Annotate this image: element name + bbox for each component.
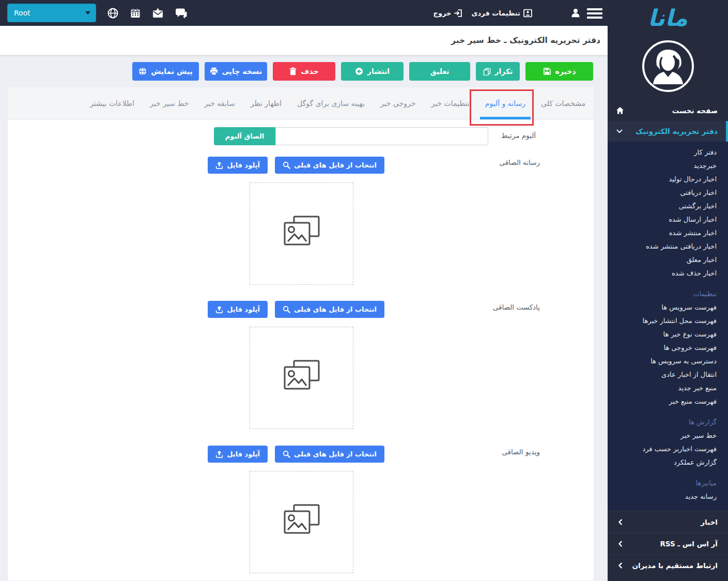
search-icon — [283, 305, 290, 313]
globe-icon — [138, 67, 147, 75]
tab-news-output[interactable]: خروجی خبر — [380, 87, 416, 119]
sidebar-item-deleted[interactable]: اخبار حذف شده — [608, 267, 728, 280]
upload-file-button[interactable]: آپلود فایل — [208, 301, 268, 318]
sidebar-item-services-list[interactable]: فهرست سرویس ها — [608, 301, 728, 314]
topbar: Root — [0, 0, 608, 26]
sidebar-header-shortcuts: میانبرها — [608, 477, 728, 490]
podcast-buttons: انتخاب از فایل های قبلی آپلود فایل — [208, 301, 384, 318]
sidebar-item-news-types[interactable]: فهرست نوع خبر ها — [608, 328, 728, 341]
chat-icon[interactable] — [175, 8, 187, 19]
sidebar-item-outputs-list[interactable]: فهرست خروجی ها — [608, 341, 728, 355]
floppy-disk-icon — [543, 67, 551, 75]
sidebar-item-publish-places[interactable]: فهرست محل انتشار خبرها — [608, 314, 728, 328]
sidebar-item-received[interactable]: اخبار دریافتی — [608, 186, 728, 200]
tab-seo[interactable]: بهینه سازی برای گوگل — [297, 87, 365, 119]
personal-settings-button[interactable]: تنظیمات فردی — [471, 9, 532, 18]
trash-icon — [289, 67, 297, 75]
sidebar-section-contact-managers[interactable]: ارتباط مستقیم با مدیران — [608, 554, 728, 576]
sidebar-section-editorial-office[interactable]: دفتر تحریریه الکترونیک — [608, 121, 728, 142]
attach-album-button[interactable]: الصاق آلبوم — [214, 127, 275, 145]
sidebar-item-service-access[interactable]: دسترسی به سرویس ها — [608, 355, 728, 368]
sidebar-item-new-media[interactable]: رسانه جدید — [608, 490, 728, 503]
upload-file-label: آپلود فایل — [227, 450, 260, 458]
upload-icon — [215, 450, 223, 458]
choose-previous-files-button[interactable]: انتخاب از فایل های قبلی — [275, 301, 384, 318]
logout-label: خروج — [433, 9, 452, 17]
upload-file-button[interactable]: آپلود فایل — [208, 446, 268, 463]
topbar-icon-group — [107, 0, 187, 26]
sidebar-item-published[interactable]: اخبار منتشر شده — [608, 226, 728, 240]
sidebar-item-suspended[interactable]: اخبار معلق — [608, 253, 728, 267]
choose-previous-files-button[interactable]: انتخاب از فایل های قبلی — [275, 157, 384, 174]
choose-previous-files-label: انتخاب از فایل های قبلی — [294, 450, 377, 458]
sidebar-section-rss[interactable]: آر اس اس ـ RSS — [608, 532, 728, 554]
mail-icon[interactable] — [152, 8, 163, 19]
upload-file-button[interactable]: آپلود فایل — [208, 157, 268, 174]
print-button[interactable]: نسخه چاپی — [205, 62, 267, 81]
root-select[interactable]: Root — [7, 4, 96, 22]
publish-button[interactable]: انتشار — [341, 62, 404, 81]
podcast-dropzone — [250, 327, 353, 429]
section-label: آر اس اس ـ RSS — [660, 540, 718, 548]
chevron-left-icon — [617, 562, 624, 569]
tab-news-history[interactable]: سابقه خبر — [204, 87, 235, 119]
sidebar-item-new-news-source[interactable]: منبع خبر جدید — [608, 381, 728, 395]
main-panel: مشخصات کلی رسانه و آلبوم تنظیمات خبر خرو… — [7, 87, 594, 581]
suspend-button[interactable]: تعلیق — [409, 62, 470, 81]
tab-news-route[interactable]: خط سیر خبر — [150, 87, 189, 119]
page-title: دفتر تحریریه الکترونیک ـ خط سیر خبر — [451, 26, 600, 55]
video-buttons: انتخاب از فایل های قبلی آپلود فایل — [208, 446, 384, 463]
video-dropzone — [250, 471, 353, 573]
repeat-button[interactable]: تکرار — [476, 62, 520, 81]
tab-news-settings[interactable]: تنظیمات خبر — [431, 87, 469, 119]
globe-icon[interactable] — [107, 8, 118, 19]
sidebar-item-transfer-normal-news[interactable]: انتقال از اخبار عادی — [608, 368, 728, 381]
sidebar-item-news-source-list[interactable]: فهرست منبع خبر — [608, 395, 728, 408]
preview-button[interactable]: پیش نمایش — [132, 62, 199, 81]
delete-button[interactable]: حذف — [273, 62, 335, 81]
media-dropzone — [250, 182, 353, 285]
sidebar-item-news-by-person[interactable]: فهرست اخباربر حسب فرد — [608, 442, 728, 456]
sidebar-item-news-route[interactable]: خط سیر خبر — [608, 429, 728, 442]
personal-settings-label: تنظیمات فردی — [471, 9, 520, 17]
sidebar-item-performance-report[interactable]: گزارش عملکرد — [608, 456, 728, 469]
publish-circle-arrow-icon — [355, 67, 363, 75]
user-profile-icon[interactable] — [570, 8, 581, 20]
save-button[interactable]: ذخیره — [525, 62, 593, 81]
caret-down-icon — [85, 11, 90, 14]
sidebar-item-home[interactable]: صفحه نخست — [608, 100, 728, 121]
suspend-label: تعلیق — [430, 67, 449, 75]
attached-video-label: ویدیو الصاقی — [502, 448, 540, 456]
sidebar-item-in-production[interactable]: اخبار درحال تولید — [608, 173, 728, 186]
section-label: اخبار — [701, 518, 718, 526]
tab-general[interactable]: مشخصات کلی — [541, 87, 585, 119]
choose-previous-files-button[interactable]: انتخاب از فایل های قبلی — [275, 446, 384, 463]
sidebar-item-returned[interactable]: اخبار برگشتی — [608, 200, 728, 213]
calendar-icon[interactable] — [130, 8, 141, 19]
hamburger-menu-icon[interactable] — [587, 8, 602, 21]
sidebar-item-received-published[interactable]: اخبار دریافتی منتشر شده — [608, 240, 728, 253]
sidebar-item-workdesk[interactable]: دفتر کار — [608, 146, 728, 159]
section-label: دفتر تحریریه الکترونیک — [636, 127, 718, 135]
home-label: صفحه نخست — [672, 106, 718, 115]
sidebar-submenu: دفتر کار خبرجدید اخبار درحال تولید اخبار… — [608, 142, 728, 511]
sidebar-item-sent[interactable]: اخبار ارسال شده — [608, 213, 728, 226]
sidebar-section-news[interactable]: اخبار — [608, 511, 728, 532]
publish-label: انتشار — [367, 67, 390, 75]
sidebar-item-new-news[interactable]: خبرجدید — [608, 159, 728, 173]
images-placeholder-icon — [283, 359, 321, 392]
tab-bar: مشخصات کلی رسانه و آلبوم تنظیمات خبر خرو… — [8, 87, 594, 120]
chevron-left-icon — [617, 540, 624, 547]
attached-media-label: رسانه الصاقی — [499, 158, 540, 166]
related-album-input[interactable] — [275, 127, 488, 145]
upload-icon — [215, 161, 223, 169]
tab-more-info[interactable]: اطلاعات بیشتر — [90, 87, 134, 119]
tab-media-album[interactable]: رسانه و آلبوم — [485, 87, 525, 119]
sidebar: مانا صفحه نخست دفتر تحریریه الکترونیک — [608, 0, 728, 581]
logout-button[interactable]: خروج — [433, 9, 463, 18]
repeat-label: تکرار — [495, 67, 513, 75]
tab-comments[interactable]: اظهار نظر — [251, 87, 282, 119]
delete-label: حذف — [301, 67, 318, 75]
preview-label: پیش نمایش — [151, 67, 193, 75]
chevron-down-icon — [616, 128, 623, 135]
